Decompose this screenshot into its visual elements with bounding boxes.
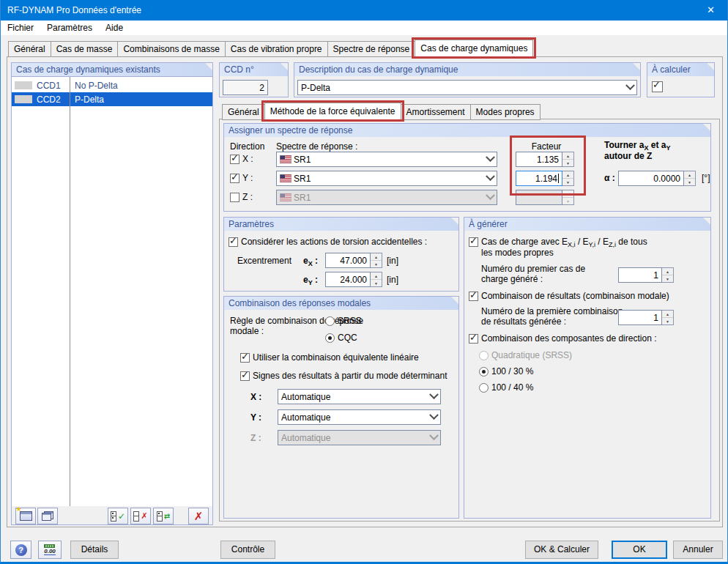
- case-id: CCD2: [37, 94, 61, 105]
- spin-up-icon[interactable]: [662, 311, 673, 318]
- tab-combinaisons-de-masse[interactable]: Combinaisons de masse: [117, 41, 225, 57]
- dominant-mode-y-combo[interactable]: Automatique: [278, 409, 441, 425]
- list-item-ccd2[interactable]: CCD2 P-Delta: [12, 92, 212, 106]
- rule-100-40-radio[interactable]: [479, 383, 489, 393]
- ok-calculate-button[interactable]: OK & Calculer: [525, 541, 598, 559]
- spin-up-icon[interactable]: [371, 272, 382, 280]
- description-combo[interactable]: P-Delta: [297, 80, 637, 95]
- case-color-swatch: [15, 95, 32, 103]
- inner-tab-modes-propres[interactable]: Modes propres: [470, 104, 541, 120]
- existing-cases-list[interactable]: CCD1 No P-Delta CCD2 P-Delta: [12, 76, 212, 506]
- spin-down-icon[interactable]: [562, 160, 573, 166]
- spin-down-icon[interactable]: [662, 275, 673, 282]
- spin-down-icon[interactable]: [684, 179, 695, 185]
- existing-cases-group: Cas de charge dynamiques existants CCD1 …: [11, 62, 213, 525]
- select-all-icon: [111, 511, 117, 522]
- ex-field[interactable]: 47.000: [325, 253, 371, 268]
- to-calculate-group: À calculer: [647, 62, 715, 97]
- menu-parametres[interactable]: Paramètres: [40, 21, 99, 35]
- description-group: Description du cas de charge dynamique P…: [294, 62, 641, 97]
- direction-combination-checkbox[interactable]: [469, 334, 478, 344]
- cancel-button[interactable]: Annuler: [673, 541, 723, 559]
- spin-down-icon[interactable]: [371, 261, 382, 267]
- dominant-mode-z-combo: Automatique: [278, 430, 441, 445]
- tab-cas-de-charge-dynamiques[interactable]: Cas de charge dynamiques: [415, 40, 533, 57]
- cqc-radio[interactable]: [325, 333, 335, 343]
- spin-up-icon[interactable]: [562, 171, 573, 179]
- chevron-down-icon: [429, 410, 439, 420]
- ey-field[interactable]: 24.000: [325, 272, 371, 287]
- delete-case-button[interactable]: ✗: [188, 508, 209, 524]
- factor-x-field[interactable]: 1.135: [516, 152, 562, 167]
- quadratic-srss-radio: [479, 351, 489, 360]
- select-all-button[interactable]: ✓: [108, 508, 128, 524]
- direction-z-checkbox[interactable]: [230, 193, 239, 202]
- copy-case-button[interactable]: [37, 508, 58, 524]
- direction-x-checkbox[interactable]: [230, 155, 239, 164]
- quadratic-srss-label: Quadratique (SRSS): [491, 350, 572, 360]
- tab-cas-de-vibration-propre[interactable]: Cas de vibration propre: [225, 41, 328, 57]
- ex-spinner: [371, 253, 382, 268]
- first-rc-label-line1: Numéro de la première combinaison: [481, 306, 623, 316]
- help-icon: ?: [15, 544, 27, 556]
- spectrum-y-combo[interactable]: SR1: [276, 171, 497, 186]
- torsion-checkbox[interactable]: [229, 237, 238, 247]
- menu-fichier[interactable]: Fichier: [1, 21, 40, 35]
- spin-down-icon[interactable]: [371, 280, 382, 286]
- ccd-number-group: CCD n° 2: [219, 62, 289, 97]
- existing-cases-header: Cas de charge dynamiques existants: [12, 63, 212, 76]
- new-case-button[interactable]: [15, 508, 36, 524]
- result-combination-checkbox[interactable]: [469, 292, 478, 301]
- linear-combination-checkbox[interactable]: [240, 353, 250, 363]
- spin-up-icon[interactable]: [371, 253, 382, 261]
- units-button[interactable]: 0.00: [38, 541, 62, 559]
- first-rc-field[interactable]: 1: [618, 310, 662, 325]
- deselect-all-button[interactable]: ✗: [130, 508, 151, 524]
- details-button[interactable]: Détails: [70, 541, 119, 559]
- direction-y-label: Y :: [242, 173, 253, 183]
- first-lc-spinner: [662, 267, 674, 283]
- alpha-field[interactable]: 0.0000: [618, 171, 684, 186]
- window-title: RF-DYNAM Pro Données d'entrée: [7, 0, 141, 21]
- dominant-mode-x-combo[interactable]: Automatique: [278, 389, 441, 404]
- tab-general[interactable]: Général: [8, 41, 51, 57]
- inner-tab-amortissement[interactable]: Amortissement: [401, 104, 471, 120]
- first-lc-label-line2: charge généré :: [481, 274, 543, 284]
- copy-case-icon: [42, 511, 53, 521]
- ey-unit: [in]: [387, 275, 398, 285]
- invert-selection-button[interactable]: ⇄: [153, 508, 174, 524]
- eccentricity-label: Excentrement: [237, 256, 291, 266]
- result-signs-checkbox[interactable]: [240, 371, 250, 381]
- factor-y-field[interactable]: 1.194: [516, 171, 562, 186]
- direction-y-checkbox[interactable]: [230, 174, 239, 183]
- list-item-ccd1[interactable]: CCD1 No P-Delta: [12, 78, 212, 92]
- tab-cas-de-masse[interactable]: Cas de masse: [51, 41, 119, 57]
- new-case-icon: [20, 511, 32, 521]
- inner-tab-general[interactable]: Général: [222, 104, 265, 120]
- help-button[interactable]: ?: [10, 541, 31, 559]
- inner-tab-methode-force-equivalente[interactable]: Méthode de la force équivalente: [264, 103, 401, 120]
- spectrum-x-combo[interactable]: SR1: [276, 152, 497, 167]
- spin-down-icon[interactable]: [662, 318, 673, 324]
- tab-spectre-de-reponse[interactable]: Spectre de réponse: [327, 41, 416, 57]
- modal-combination-header: Combinaison des réponses modales: [224, 297, 458, 310]
- load-case-checkbox[interactable]: [469, 237, 478, 247]
- factor-z-field: [516, 190, 562, 205]
- close-icon[interactable]: ✕: [694, 0, 727, 21]
- spectrum-column-label: Spectre de réponse :: [276, 141, 357, 152]
- factor-y-spinner: [562, 171, 574, 186]
- menu-aide[interactable]: Aide: [99, 21, 130, 35]
- srss-radio[interactable]: [325, 316, 335, 326]
- spin-up-icon[interactable]: [662, 268, 673, 275]
- direction-combination-label: Combinaison des composantes de direction…: [481, 333, 656, 344]
- ex-label: eX :: [303, 256, 318, 266]
- case-color-swatch: [15, 81, 32, 89]
- spin-up-icon[interactable]: [684, 171, 695, 179]
- spin-down-icon[interactable]: [562, 179, 573, 185]
- spin-up-icon[interactable]: [562, 152, 573, 160]
- ok-button[interactable]: OK: [612, 541, 667, 559]
- to-calculate-checkbox[interactable]: [652, 81, 663, 92]
- control-button[interactable]: Contrôle: [220, 541, 275, 559]
- rule-100-30-radio[interactable]: [479, 367, 489, 376]
- first-lc-field[interactable]: 1: [618, 267, 662, 283]
